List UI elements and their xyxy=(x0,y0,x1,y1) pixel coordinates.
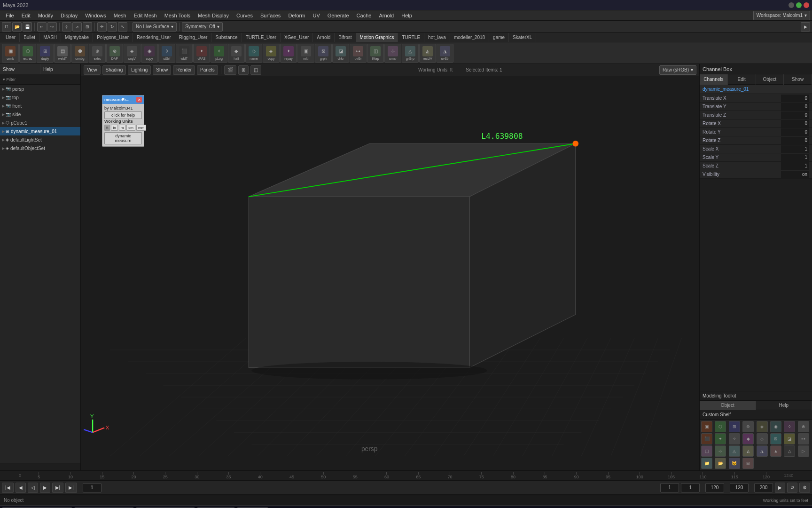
menu-cache[interactable]: Cache xyxy=(353,10,375,21)
channel-rotate-z[interactable]: Rotate Z 0 xyxy=(700,136,812,145)
cs-icon-25[interactable]: 📁 xyxy=(701,458,712,469)
undo-btn[interactable]: ↩ xyxy=(37,22,47,32)
shelf-icon-14[interactable]: ◆half xyxy=(228,44,245,63)
save-btn[interactable]: 💾 xyxy=(23,22,32,32)
cs-icon-26[interactable]: 📂 xyxy=(715,458,726,469)
cs-icon-21[interactable]: ◮ xyxy=(757,445,768,457)
open-btn[interactable]: 📂 xyxy=(12,22,22,32)
timeline-ruler[interactable]: 0 5 10 15 20 25 30 35 40 45 50 55 60 65 … xyxy=(0,470,812,481)
shelf-tab-user[interactable]: User xyxy=(2,33,20,42)
rotate-btn[interactable]: ↻ xyxy=(108,22,117,32)
tl-settings[interactable]: ⚙ xyxy=(799,483,810,493)
shelf-icon-2[interactable]: ⬡extrac xyxy=(19,44,36,63)
shelf-icon-9[interactable]: ◉copy xyxy=(141,44,158,63)
shelf-icon-20[interactable]: ◪chkr xyxy=(332,44,349,63)
shelf-tab-bifrost[interactable]: Bifrost xyxy=(335,33,356,42)
paint-btn[interactable]: ⊞ xyxy=(83,22,92,32)
vp-icon-1[interactable]: 🎬 xyxy=(224,65,236,75)
shelf-icon-12[interactable]: ✦cPAS xyxy=(193,44,210,63)
cs-icon-2[interactable]: ⬡ xyxy=(715,421,726,432)
shelf-icon-13[interactable]: ✧pLog xyxy=(211,44,227,63)
tl-go-end[interactable]: ▶| xyxy=(65,483,77,493)
shelf-tab-rendering[interactable]: Rendering_User xyxy=(133,33,175,42)
shelf-tab-mash[interactable]: MASH xyxy=(39,33,61,42)
end-frame-input[interactable] xyxy=(705,483,724,492)
shelf-tab-bullet[interactable]: Bullet xyxy=(20,33,39,42)
cs-icon-3[interactable]: ⊞ xyxy=(729,421,740,432)
cs-icon-8[interactable]: ⊗ xyxy=(798,421,809,432)
channel-translate-y[interactable]: Translate Y 0 xyxy=(700,103,812,111)
shelf-icon-18[interactable]: ▣mltI xyxy=(297,44,314,63)
menu-mesh-tools[interactable]: Mesh Tools xyxy=(161,10,194,21)
select-btn[interactable]: ⊹ xyxy=(62,22,71,32)
cs-icon-5[interactable]: ◈ xyxy=(757,421,768,432)
cs-icon-4[interactable]: ⊕ xyxy=(742,421,754,432)
shelf-icon-26[interactable]: ◮uvStr xyxy=(437,44,453,63)
playback-end-input[interactable] xyxy=(754,483,773,492)
vp-shading-btn[interactable]: Shading xyxy=(102,65,126,75)
shelf-tab-skater[interactable]: SkaterXL xyxy=(509,33,536,42)
cs-icon-6[interactable]: ◉ xyxy=(770,421,781,432)
tl-go-start[interactable]: |◀ xyxy=(2,483,14,493)
cs-icon-19[interactable]: ◬ xyxy=(729,445,740,457)
shelf-icon-21[interactable]: ⊶uvGr xyxy=(350,44,367,63)
cs-icon-12[interactable]: ◆ xyxy=(742,433,754,444)
shelf-icon-11[interactable]: ⬛wldT xyxy=(176,44,193,63)
menu-edit[interactable]: Edit xyxy=(18,10,34,21)
shelf-tab-substance[interactable]: Substance xyxy=(211,33,242,42)
outliner-item-top[interactable]: ▶ 📷 top xyxy=(0,93,80,102)
cb-tab-edit[interactable]: Edit xyxy=(728,74,756,85)
close-btn[interactable] xyxy=(804,2,809,8)
cs-icon-14[interactable]: ⊠ xyxy=(770,433,781,444)
outliner-item-dynamic-measure[interactable]: ▶ ⊞ dynamic_measure_01 xyxy=(0,127,80,135)
shelf-icon-22[interactable]: ◫lMap xyxy=(367,44,384,63)
menu-surfaces[interactable]: Surfaces xyxy=(257,10,284,21)
channel-scale-y[interactable]: Scale Y 1 xyxy=(700,153,812,162)
vp-view-btn[interactable]: View xyxy=(84,65,101,75)
render-btn[interactable]: ▶ xyxy=(801,22,810,32)
viewport[interactable]: View Shading Lighting Show Render Panels… xyxy=(81,64,699,470)
shelf-icon-15[interactable]: ◇name xyxy=(245,44,262,63)
current-frame-input[interactable] xyxy=(83,483,102,492)
cs-icon-7[interactable]: ◊ xyxy=(784,421,795,432)
menu-modify[interactable]: Modify xyxy=(34,10,57,21)
shelf-icon-23[interactable]: ⊹umar xyxy=(384,44,401,63)
vp-lighting-btn[interactable]: Lighting xyxy=(128,65,151,75)
menu-help[interactable]: Help xyxy=(398,10,416,21)
shelf-tab-arnold[interactable]: Arnold xyxy=(313,33,335,42)
cb-tab-object[interactable]: Object xyxy=(756,74,784,85)
tl-loop[interactable]: ↺ xyxy=(787,483,797,493)
menu-arnold[interactable]: Arnold xyxy=(375,10,398,21)
shelf-tab-turtle2[interactable]: TURTLE xyxy=(398,33,424,42)
start-frame-input[interactable] xyxy=(660,483,679,492)
tl-play-fwd[interactable]: ▶ xyxy=(40,483,50,493)
minimize-btn[interactable] xyxy=(789,2,794,8)
channel-visibility[interactable]: Visibility on xyxy=(700,170,812,179)
shelf-icon-1[interactable]: ▣crmb xyxy=(2,44,19,63)
shelf-icon-10[interactable]: ◊stSrf xyxy=(158,44,175,63)
menu-edit-mesh[interactable]: Edit Mesh xyxy=(130,10,161,21)
menu-mesh-display[interactable]: Mesh Display xyxy=(194,10,233,21)
unit-in[interactable]: in xyxy=(111,125,117,131)
vp-render-btn[interactable]: Render xyxy=(173,65,195,75)
shelf-tab-turtle[interactable]: TURTLE_User xyxy=(242,33,281,42)
shelf-icon-19[interactable]: ⊠grph xyxy=(315,44,332,63)
move-btn[interactable]: ✛ xyxy=(97,22,107,32)
tl-play-back[interactable]: ◁ xyxy=(28,483,38,493)
shelf-icon-17[interactable]: ✦repay xyxy=(280,44,297,63)
shelf-icon-3[interactable]: ⊞duply xyxy=(37,44,54,63)
cs-icon-20[interactable]: ◭ xyxy=(742,445,754,457)
shelf-tab-modeller[interactable]: modeller_2018 xyxy=(450,33,489,42)
workspace-dropdown[interactable]: Workspace: Malcolm1 ▾ xyxy=(753,11,810,20)
new-btn[interactable]: 🗋 xyxy=(2,22,11,32)
shelf-tab-hotlava[interactable]: hot_lava xyxy=(424,33,450,42)
shelf-tab-game[interactable]: game xyxy=(489,33,509,42)
redo-btn[interactable]: ↪ xyxy=(47,22,57,32)
cs-icon-10[interactable]: ✦ xyxy=(715,433,726,444)
menu-mesh[interactable]: Mesh xyxy=(110,10,130,21)
shelf-tab-xgen[interactable]: XGen_User xyxy=(281,33,313,42)
outliner-item-pcube1[interactable]: ▶ ⬡ pCube1 xyxy=(0,119,80,127)
cs-icon-1[interactable]: ▣ xyxy=(701,421,712,432)
shelf-icon-16[interactable]: ◈copy xyxy=(263,44,280,63)
outliner-item-objectset[interactable]: ▶ ◈ defaultObjectSet xyxy=(0,144,80,152)
